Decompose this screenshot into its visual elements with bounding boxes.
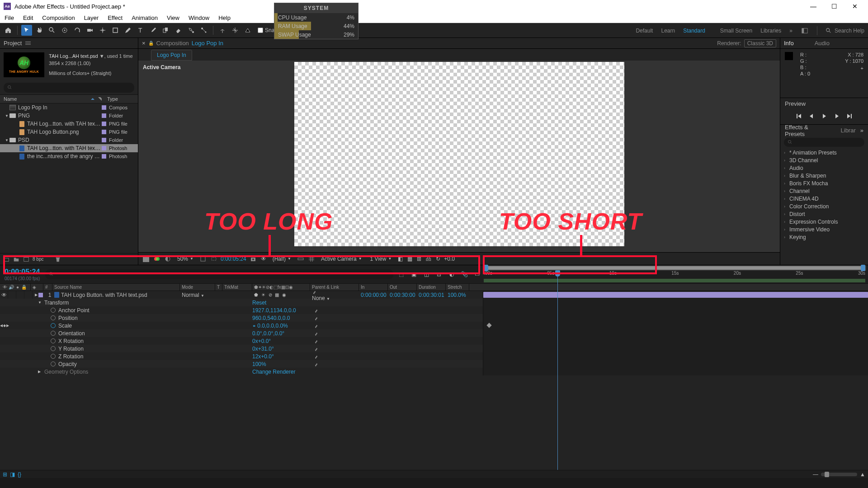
- roi-icon[interactable]: [210, 254, 218, 263]
- effect-category[interactable]: ›Immersive Video: [780, 225, 868, 233]
- effect-category[interactable]: ›Audio: [780, 164, 868, 172]
- layer-row[interactable]: ▼Transform Reset: [0, 299, 868, 306]
- stopwatch-icon[interactable]: [51, 315, 56, 320]
- first-frame-button[interactable]: [795, 113, 802, 121]
- selection-tool[interactable]: [21, 25, 32, 36]
- toggle-modes-icon[interactable]: ◨: [10, 471, 15, 478]
- project-item[interactable]: the inc...ntures of the angry hulk.psdPh…: [0, 152, 138, 160]
- libraries-tab[interactable]: Librar: [841, 127, 856, 134]
- axis-world-icon[interactable]: [230, 25, 241, 36]
- property-value[interactable]: 100%: [252, 361, 266, 367]
- effect-category[interactable]: ›Boris FX Mocha: [780, 179, 868, 187]
- effect-category[interactable]: ›* Animation Presets: [780, 149, 868, 156]
- layer-row[interactable]: X Rotation 0x+0.0°: [0, 337, 868, 345]
- vc-icon-1[interactable]: ◧: [397, 254, 404, 263]
- reset-link[interactable]: Reset: [252, 300, 266, 306]
- axis-local-icon[interactable]: [217, 25, 228, 36]
- resolution-select[interactable]: (Half) ▼: [270, 256, 294, 262]
- layer-row[interactable]: Position 960.0,540.0,0.0: [0, 314, 868, 322]
- interpret-icon[interactable]: [3, 256, 10, 263]
- property-value[interactable]: 1927.0,1134.0,0.0: [252, 307, 296, 314]
- workspace-libraries[interactable]: Libraries: [760, 28, 781, 34]
- layer-row[interactable]: Orientation 0.0°,0.0°,0.0°: [0, 329, 868, 337]
- timeline-search[interactable]: [45, 269, 393, 279]
- stopwatch-icon[interactable]: [51, 323, 56, 328]
- rotation-tool[interactable]: [72, 25, 83, 36]
- menu-layer[interactable]: Layer: [80, 14, 104, 21]
- last-frame-button[interactable]: [846, 113, 853, 121]
- play-button[interactable]: [821, 113, 828, 121]
- property-value[interactable]: 0.0°,0.0°,0.0°: [252, 330, 284, 337]
- layer-row[interactable]: ▶Geometry Options Change Renderer: [0, 368, 868, 375]
- effect-category[interactable]: ›Color Correction: [780, 202, 868, 210]
- current-time-indicator[interactable]: [557, 271, 558, 470]
- keyframe[interactable]: [486, 323, 491, 328]
- project-item[interactable]: TAH Log...tton. with TAH text.pngPNG fil…: [0, 120, 138, 128]
- close-button[interactable]: ✕: [851, 2, 859, 10]
- camera-select[interactable]: Active Camera ▼: [318, 256, 365, 262]
- prev-frame-button[interactable]: [808, 113, 815, 121]
- project-tree[interactable]: Logo Pop InCompos▼PNGFolderTAH Log...tto…: [0, 103, 138, 253]
- menu-animation[interactable]: Animation: [127, 14, 162, 21]
- blend-mode[interactable]: Normal ▼: [182, 292, 217, 298]
- clone-tool[interactable]: [160, 25, 171, 36]
- layer-row[interactable]: ◀◆▶ Scale ⚭ 0.0,0.0,0.0%: [0, 322, 868, 329]
- snapping-checkbox[interactable]: [258, 28, 263, 33]
- workspace-panel-icon[interactable]: [801, 28, 809, 34]
- current-time[interactable]: 0:00:05:24: [221, 256, 246, 262]
- menu-file[interactable]: File: [0, 14, 19, 21]
- eraser-tool[interactable]: [173, 25, 184, 36]
- toggle-switches-icon[interactable]: ⊞: [3, 471, 7, 478]
- effect-category[interactable]: ›CINEMA 4D: [780, 195, 868, 202]
- type-tool[interactable]: T: [135, 25, 146, 36]
- vc-icon-5[interactable]: ↻: [435, 254, 441, 263]
- timeline-columns[interactable]: 👁 🔊 ● 🔒 ◈ # Source Name Mode T TrkMat ⬟✦…: [0, 283, 868, 291]
- canvas[interactable]: [294, 62, 624, 246]
- comp-tab[interactable]: Logo Pop In: [151, 50, 192, 61]
- layer-row[interactable]: Z Rotation 12x+0.0°: [0, 352, 868, 360]
- mask-icon[interactable]: [164, 254, 172, 263]
- stopwatch-icon[interactable]: [51, 354, 56, 359]
- composition-viewer[interactable]: Active Camera: [138, 61, 780, 252]
- effects-list[interactable]: ›* Animation Presets›3D Channel›Audio›Bl…: [780, 149, 868, 265]
- project-item[interactable]: TAH Logo Button.pngPNG file: [0, 128, 138, 136]
- effect-category[interactable]: ›Blur & Sharpen: [780, 172, 868, 179]
- tl-draft3d-icon[interactable]: ◫: [422, 270, 430, 278]
- home-tool[interactable]: [3, 25, 14, 36]
- new-comp-icon[interactable]: [23, 256, 30, 263]
- anchor-tool[interactable]: [97, 25, 108, 36]
- time-ruler[interactable]: :00s05s10s15s20s25s30s: [483, 265, 866, 283]
- property-value[interactable]: 0x+0.0°: [252, 338, 271, 344]
- menu-view[interactable]: View: [162, 14, 184, 21]
- stopwatch-icon[interactable]: [51, 331, 56, 336]
- timeline-layers[interactable]: 👁 ▶ 1 TAH Logo Button. with TAH text.psd…: [0, 291, 868, 470]
- tl-render-icon[interactable]: ▭: [473, 270, 481, 278]
- pen-tool[interactable]: [123, 25, 133, 36]
- tl-motionblur-icon[interactable]: ◐: [448, 270, 456, 278]
- project-tab[interactable]: Project: [0, 38, 138, 49]
- system-monitor[interactable]: SYSTEM CPU Usage4% RAM Usage44% SWAP Usa…: [274, 3, 359, 39]
- layer-row[interactable]: Anchor Point 1927.0,1134.0,0.0: [0, 306, 868, 314]
- axis-view-icon[interactable]: [242, 25, 253, 36]
- panel-menu-icon[interactable]: [25, 42, 31, 45]
- renderer-select[interactable]: Classic 3D: [744, 39, 776, 47]
- menu-window[interactable]: Window: [184, 14, 214, 21]
- project-item[interactable]: TAH Log...tton. with TAH text.psdPhotosh: [0, 144, 138, 152]
- effect-category[interactable]: ›3D Channel: [780, 156, 868, 164]
- property-value[interactable]: 12x+0.0°: [252, 353, 274, 360]
- zoom-tool[interactable]: [47, 25, 57, 36]
- vc-icon-3[interactable]: ⊞: [416, 254, 422, 263]
- menu-edit[interactable]: Edit: [19, 14, 38, 21]
- preview-tab[interactable]: Preview: [785, 100, 806, 107]
- zoom-slider[interactable]: [821, 473, 857, 476]
- zoom-out-icon[interactable]: —: [813, 471, 818, 478]
- vc-icon-2[interactable]: ▦: [406, 254, 413, 263]
- bpc-label[interactable]: 8 bpc: [33, 257, 43, 262]
- stopwatch-icon[interactable]: [51, 338, 56, 343]
- puppet-tool[interactable]: [198, 25, 209, 36]
- layer-bar[interactable]: [483, 292, 868, 298]
- project-item[interactable]: Logo Pop InCompos: [0, 103, 138, 112]
- tl-frameblend-icon[interactable]: ⊡: [435, 270, 443, 278]
- comp-lock-icon[interactable]: 🔒: [148, 41, 154, 46]
- stopwatch-icon[interactable]: [51, 308, 56, 313]
